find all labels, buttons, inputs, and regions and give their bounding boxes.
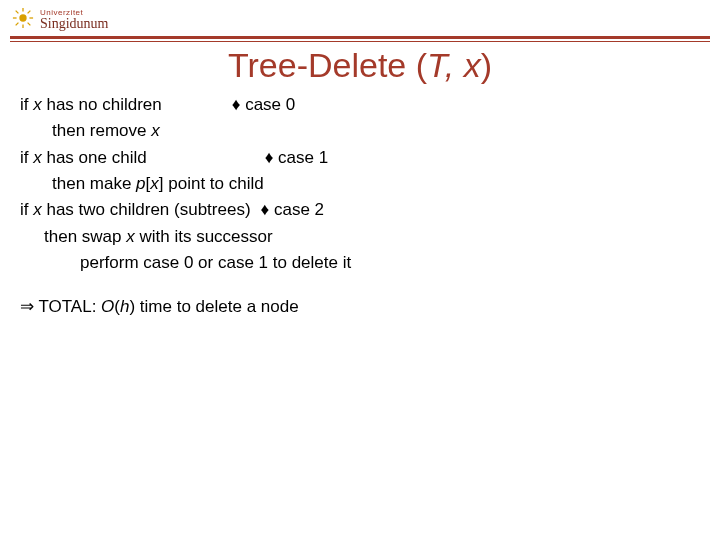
- title-prefix: Tree-Delete (: [228, 46, 427, 84]
- logo-text: Univerzitet Singidunum: [40, 6, 108, 30]
- total-line: ⇒ TOTAL: O(h) time to delete a node: [20, 294, 690, 320]
- line-5: if x has two children (subtrees)♦ case 2: [20, 197, 690, 223]
- l4e: ] point to child: [159, 174, 264, 193]
- logo-name: Singidunum: [40, 16, 108, 31]
- l1b: x: [33, 95, 42, 114]
- svg-line-6: [28, 23, 31, 26]
- l2b: x: [151, 121, 160, 140]
- l4b: p: [136, 174, 145, 193]
- l2a: then remove: [52, 121, 151, 140]
- l7: perform case 0 or case 1 to delete it: [80, 253, 351, 272]
- case-1: ♦ case 1: [265, 148, 328, 167]
- line-3: if x has one child♦ case 1: [20, 145, 690, 171]
- l6c: with its successor: [135, 227, 273, 246]
- line-4: then make p[x] point to child: [20, 171, 690, 197]
- header-rule: [10, 36, 710, 42]
- case-2: ♦ case 2: [261, 200, 324, 219]
- l3c: has one child: [42, 148, 147, 167]
- l6b: x: [126, 227, 135, 246]
- l4d: x: [150, 174, 159, 193]
- l6a: then swap: [44, 227, 126, 246]
- t5: ) time to delete a node: [129, 297, 298, 316]
- l1a: if: [20, 95, 33, 114]
- line-7: perform case 0 or case 1 to delete it: [20, 250, 690, 276]
- slide-body: if x has no children♦ case 0 then remove…: [20, 92, 690, 321]
- logo: Univerzitet Singidunum: [12, 6, 108, 30]
- l1c: has no children: [42, 95, 162, 114]
- page-title: Tree-Delete (T, x): [0, 46, 720, 85]
- title-comma: ,: [445, 46, 464, 84]
- l5c: has two children (subtrees): [42, 200, 251, 219]
- title-arg1: T: [427, 46, 445, 84]
- line-1: if x has no children♦ case 0: [20, 92, 690, 118]
- svg-line-5: [16, 11, 19, 14]
- t1: ⇒ TOTAL:: [20, 297, 101, 316]
- line-2: then remove x: [20, 118, 690, 144]
- l3b: x: [33, 148, 42, 167]
- title-arg2: x: [464, 46, 481, 84]
- l4a: then make: [52, 174, 136, 193]
- svg-line-8: [28, 11, 31, 14]
- sun-icon: [12, 7, 34, 29]
- t2: O: [101, 297, 114, 316]
- title-suffix: ): [481, 46, 492, 84]
- svg-line-7: [16, 23, 19, 26]
- l3a: if: [20, 148, 33, 167]
- svg-point-0: [19, 14, 26, 21]
- case-0: ♦ case 0: [232, 95, 295, 114]
- l5a: if: [20, 200, 33, 219]
- l5b: x: [33, 200, 42, 219]
- line-6: then swap x with its successor: [20, 224, 690, 250]
